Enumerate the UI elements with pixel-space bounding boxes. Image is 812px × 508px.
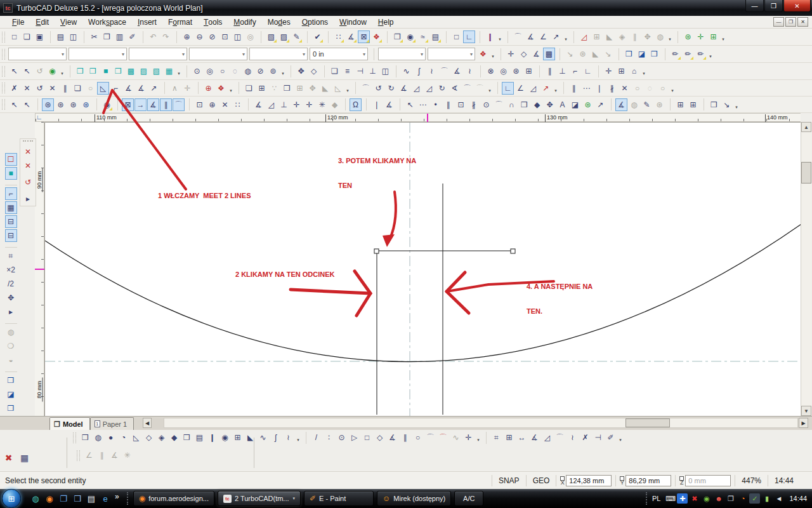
menu-file[interactable]: File — [6, 16, 30, 28]
standard-tool-44[interactable]: ⌒ — [512, 30, 524, 43]
standard-flyout-arrow[interactable]: ▾ — [497, 30, 503, 43]
modify-tool-33[interactable]: ∡ — [398, 82, 410, 95]
snap-tool-8[interactable]: ◉ — [101, 98, 113, 111]
tab-paper-1[interactable]: 1 Paper 1 — [90, 417, 134, 430]
standard-tool-60[interactable]: ✛ — [695, 30, 707, 43]
snap-tool-25[interactable]: ✛ — [303, 98, 315, 111]
modify-tool-38[interactable]: ⌒ — [461, 82, 473, 95]
view-tool-51[interactable]: ✛ — [603, 65, 615, 77]
standard-tool-7[interactable]: ✂ — [88, 30, 100, 43]
snap-tool-32[interactable]: ∡ — [383, 98, 395, 111]
coordinate-y-input[interactable]: 86,29 mm — [625, 475, 671, 486]
view-tool-44[interactable]: ⊞ — [523, 65, 535, 77]
standard-tool-20[interactable]: ◎ — [244, 30, 256, 43]
task-button-3[interactable]: ✐E - Paint — [304, 491, 374, 506]
snap-tool-21[interactable]: ∡ — [252, 98, 265, 111]
view-flyout-arrow[interactable]: ▾ — [641, 65, 647, 77]
view-flyout-arrow[interactable]: ▾ — [176, 65, 182, 77]
standard-tool-33[interactable]: ❐ — [391, 30, 403, 43]
snap-tool-13[interactable]: ∥ — [160, 98, 172, 111]
view-tool-19[interactable]: ◌ — [229, 65, 241, 77]
snap-tool-37[interactable]: ∥ — [442, 98, 454, 111]
menu-help[interactable]: Help — [372, 16, 400, 28]
properties-tool-6[interactable]: ▩ — [543, 48, 555, 60]
horizontal-scroll-thumb[interactable] — [625, 418, 670, 427]
snap-tool-41[interactable]: ⌒ — [493, 98, 505, 111]
snap-tool-39[interactable]: ∦ — [468, 98, 480, 111]
standard-tool-29[interactable]: ∡ — [345, 30, 357, 43]
view-tool-10[interactable]: ▩ — [125, 65, 137, 77]
modify-tool-11[interactable]: ↗ — [148, 82, 160, 95]
modify-tool-13[interactable]: ∧ — [169, 82, 181, 95]
modify-tool-52[interactable]: ✕ — [619, 82, 631, 95]
standard-tool-41[interactable]: ❙ — [484, 30, 496, 43]
menu-format[interactable]: Format — [162, 16, 198, 28]
left-tool-3[interactable]: ⌐ — [5, 187, 17, 200]
modify-tool-30[interactable]: ⌒ — [360, 82, 372, 95]
view-tool-9[interactable]: ❒ — [112, 65, 124, 77]
objects-tool-16[interactable]: ≀ — [282, 431, 294, 444]
left-tool-19[interactable]: ◪ — [5, 388, 17, 401]
standard-tool-23[interactable]: ▨ — [278, 30, 290, 43]
snap-tool-1[interactable]: ↖ — [21, 98, 33, 111]
close-button[interactable]: ✕ — [783, 0, 811, 12]
modify-tool-10[interactable]: ∡ — [135, 82, 147, 95]
view-tool-22[interactable]: ⊚ — [267, 65, 279, 77]
view-tool-31[interactable]: ⊥ — [367, 65, 379, 77]
standard-tool-54[interactable]: ∥ — [629, 30, 641, 43]
properties-tool-19[interactable]: ✏ — [695, 48, 707, 60]
view-tool-3[interactable]: ◉ — [46, 65, 58, 77]
view-tool-20[interactable]: ◍ — [242, 65, 254, 77]
modify-tool-50[interactable]: ❘ — [593, 82, 605, 95]
snap-tool-10[interactable]: ⊠ — [122, 98, 134, 111]
menu-modify[interactable]: Modify — [228, 16, 261, 28]
view-tool-39[interactable]: ≀ — [464, 65, 476, 77]
start-button[interactable]: ⊞ — [2, 489, 21, 508]
chevron-down-icon[interactable]: ▾ — [181, 51, 186, 57]
snap-tool-56[interactable]: ⊞ — [674, 98, 686, 111]
snap-tool-26[interactable]: ✳ — [316, 98, 328, 111]
objects-tool-15[interactable]: ʃ — [270, 431, 282, 444]
standard-tool-31[interactable]: ❖ — [370, 30, 383, 43]
menu-view[interactable]: View — [55, 16, 82, 28]
mini-tool-1[interactable]: ✕ — [22, 159, 34, 172]
menu-tools[interactable]: Tools — [198, 16, 228, 28]
objects-tool-38[interactable]: ◿ — [541, 431, 553, 444]
shield-icon[interactable]: ✚ — [677, 493, 688, 504]
modify-flyout-arrow[interactable]: ▾ — [228, 82, 234, 95]
document-icon[interactable]: ▤ — [85, 491, 98, 505]
snap-tool-24[interactable]: ✛ — [291, 98, 303, 111]
objects-tool-37[interactable]: ∡ — [528, 431, 540, 444]
snap-tool-23[interactable]: ⊥ — [278, 98, 290, 111]
objects-tool-27[interactable]: ○ — [412, 431, 424, 444]
properties-tool-3[interactable]: ✛ — [505, 48, 517, 60]
view-tool-53[interactable]: ⌂ — [628, 65, 640, 77]
modify-tool-26[interactable]: ◣ — [319, 82, 331, 95]
bottom-disabled-tool-2[interactable]: ∡ — [108, 449, 121, 462]
modify-tool-42[interactable]: ∟ — [502, 82, 514, 95]
objects-tool-34[interactable]: ⌗ — [490, 431, 502, 444]
standard-tool-46[interactable]: ∠ — [537, 30, 549, 43]
standard-tool-34[interactable]: ◉ — [404, 30, 416, 43]
snap-tool-59[interactable]: ❒ — [708, 98, 720, 111]
objects-tool-22[interactable]: ▷ — [348, 431, 360, 444]
scroll-right-button[interactable]: ▶ — [799, 418, 808, 428]
standard-tool-47[interactable]: ↗ — [550, 30, 562, 43]
snap-tool-29[interactable]: Ω — [350, 98, 362, 111]
properties-tool-5[interactable]: ∡ — [530, 48, 542, 60]
snap-tool-17[interactable]: ⊕ — [206, 98, 218, 111]
standard-tool-2[interactable]: ▣ — [34, 30, 46, 43]
standard-tool-8[interactable]: ❐ — [101, 30, 113, 43]
modify-tool-49[interactable]: ⋯ — [580, 82, 593, 95]
chevron-down-icon[interactable]: ▾ — [301, 51, 306, 57]
left-tool-1[interactable]: ■ — [5, 167, 17, 180]
view-tool-28[interactable]: ❏ — [329, 65, 341, 77]
mdi-restore-button[interactable]: ❐ — [785, 17, 796, 27]
modify-tool-6[interactable]: ○ — [84, 82, 96, 95]
snap-tool-46[interactable]: A — [556, 98, 568, 111]
standard-tool-45[interactable]: ∡ — [525, 30, 537, 43]
modify-tool-14[interactable]: ✛ — [181, 82, 193, 95]
left-tool-20[interactable]: ❒ — [5, 402, 17, 415]
show-desktop-icon[interactable]: ❐ — [57, 491, 70, 505]
modify-tool-22[interactable]: ∵ — [268, 82, 280, 95]
